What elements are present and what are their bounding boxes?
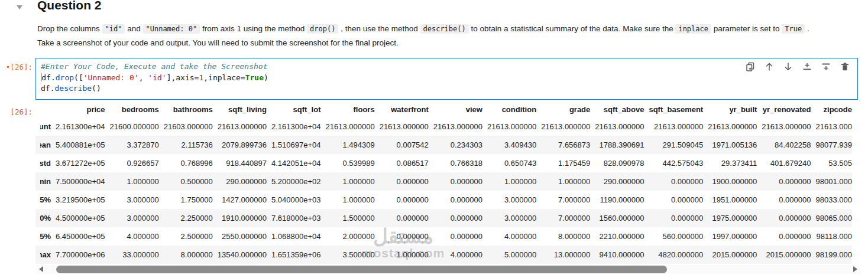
column-header: yr_built [703, 102, 757, 117]
table-cell: 21613.000000 [321, 117, 375, 136]
table-cell: 21613.000000 [644, 117, 703, 136]
section-collapse-icon[interactable] [17, 5, 22, 9]
output-prompt: [26]: [0, 102, 35, 267]
table-cell: 0.539989 [321, 154, 375, 172]
table-cell: 401.679240 [757, 154, 811, 172]
table-cell: 33.000000 [105, 246, 159, 264]
table-cell: 918.440897 [213, 154, 267, 172]
table-cell: 1.494309 [321, 136, 375, 154]
trash-icon [840, 62, 850, 71]
table-cell: 3.000000 [482, 191, 536, 209]
table-cell: 3.000000 [105, 191, 159, 209]
code-token: , [139, 73, 148, 82]
column-header: sqft_living [213, 102, 267, 117]
table-cell: 2015.000000 [703, 246, 757, 264]
row-index: std [35, 154, 51, 172]
table-cell: 21613.000000 [757, 117, 811, 136]
table-cell: 98199.000 [811, 246, 852, 264]
table-cell: 1.750000 [159, 191, 213, 209]
text-run: from axis 1 using the method [200, 24, 307, 33]
table-cell: 3.409430 [482, 136, 536, 154]
index-column-header [35, 102, 51, 117]
column-header: yr_renovated [757, 102, 811, 117]
code-line: df.drop(['Unnamed: 0', 'id'],axis=1,inpl… [41, 73, 853, 84]
table-cell: 21613.000000 [375, 117, 429, 136]
table-cell: 0.000000 [644, 191, 703, 209]
table-cell: 1.000000 [482, 172, 536, 191]
table-cell: 13.000000 [536, 246, 590, 264]
code-editor[interactable]: #Enter Your Code, Execute and take the S… [35, 58, 858, 100]
code-token: 'Unnamed: 0' [83, 73, 139, 82]
table-cell: 0.007542 [375, 136, 429, 154]
table-cell: 0.000000 [757, 191, 811, 209]
table-cell: 0.000000 [429, 172, 482, 191]
dataframe-output: pricebedroomsbathroomssqft_livingsqft_lo… [35, 102, 868, 267]
delete-cell-button[interactable] [840, 61, 850, 72]
inline-code: drop() [307, 24, 338, 34]
scroll-right-arrow[interactable] [853, 266, 857, 272]
insert-above-icon [802, 62, 812, 71]
output-area: [26]: pricebedroomsbathroomssqft_livings… [0, 102, 868, 267]
table-cell: 98118.000 [811, 227, 852, 246]
scrollbar-thumb[interactable] [56, 266, 667, 273]
table-cell: 21613.000000 [213, 117, 267, 136]
arrow-down-icon [783, 62, 793, 71]
table-cell: 7.656873 [536, 136, 590, 154]
table-cell: 1.000000 [321, 191, 375, 209]
duplicate-cell-button[interactable] [745, 61, 756, 72]
code-token: ], [167, 73, 176, 82]
code-cell: •[26]: [0, 58, 868, 100]
table-cell: 442.575043 [644, 154, 703, 172]
table-cell: 21603.000000 [159, 117, 213, 136]
table-cell: 3.219500e+05 [51, 191, 105, 209]
table-cell: 29.373411 [703, 154, 757, 172]
table-cell: 1.000000 [375, 246, 429, 264]
move-cell-up-button[interactable] [764, 61, 775, 72]
table-cell: 21613.000 [811, 117, 852, 136]
inline-code: describe() [420, 24, 469, 34]
table-cell: 1971.005136 [703, 136, 757, 154]
table-cell: 4820.000000 [644, 246, 703, 264]
insert-cell-above-button[interactable] [802, 61, 812, 72]
insert-cell-below-button[interactable] [821, 61, 831, 72]
scroll-left-arrow[interactable] [39, 266, 43, 272]
table-cell: 1560.000000 [590, 209, 644, 227]
table-cell: 828.090978 [590, 154, 644, 172]
table-cell: 1.000000 [321, 172, 375, 191]
table-cell: 1190.000000 [590, 191, 644, 209]
table-cell: 53.505 [811, 154, 852, 172]
table-cell: 0.650743 [482, 154, 536, 172]
code-token: () [92, 84, 101, 93]
table-cell: 98065.000 [811, 209, 852, 227]
code-token: drop [56, 73, 74, 82]
table-cell: 7.618000e+03 [267, 209, 321, 227]
table-cell: 7.000000 [536, 191, 590, 209]
table-cell: 5.400881e+05 [51, 136, 105, 154]
table-cell: 98001.000 [811, 172, 852, 191]
table-cell: 0.768996 [159, 154, 213, 172]
table-cell: 290.000000 [213, 172, 267, 191]
horizontal-scrollbar[interactable] [37, 265, 860, 274]
table-cell: 98077.939 [811, 136, 852, 154]
table-cell: 21613.000000 [429, 117, 482, 136]
table-cell: 0.000000 [429, 191, 482, 209]
text-run: , then use the method [338, 24, 420, 33]
table-cell: 3.000000 [482, 209, 536, 227]
instructions: Drop the columns "id" and "Unnamed: 0" f… [37, 22, 809, 50]
column-header: sqft_above [590, 102, 644, 117]
table-cell: 21600.000000 [105, 117, 159, 136]
cell-toolbar [745, 61, 850, 72]
inline-code: "Unnamed: 0" [143, 24, 200, 34]
table-cell: 0.926657 [105, 154, 159, 172]
table-cell: 9410.000000 [590, 246, 644, 264]
move-cell-down-button[interactable] [783, 61, 793, 72]
column-header: sqft_lot [267, 102, 321, 117]
table-row: 50%4.500000e+053.0000002.2500001910.0000… [35, 209, 852, 227]
table-cell: 3.000000 [105, 209, 159, 227]
table-cell: 0.000000 [375, 191, 429, 209]
table-cell: 1.000000 [105, 172, 159, 191]
table-cell: 1.175459 [536, 154, 590, 172]
code-token: 'id' [148, 73, 166, 82]
text-run: Drop the columns [37, 24, 102, 33]
input-prompt: •[26]: [0, 58, 35, 100]
